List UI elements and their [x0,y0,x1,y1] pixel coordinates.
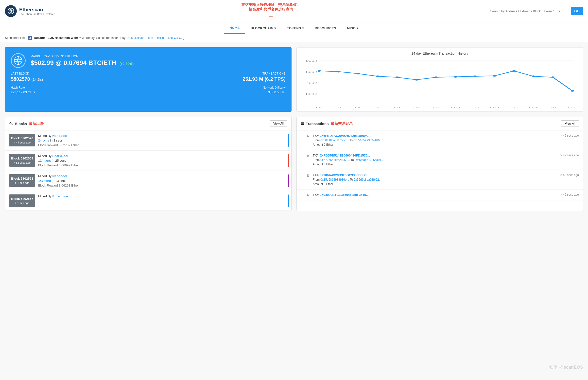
blocks-icon: ⛏ [9,122,13,126]
sponsored-prefix: Sponsored Link: [5,36,26,40]
block-info-3: Mined By Ethermine [38,194,284,199]
tx-time-3: > 49 secs ago [560,193,579,196]
block-txns-0: 24 txns in 3 secs [38,139,284,142]
transactions-view-all[interactable]: View All [561,120,579,127]
tx-item-2: 🖥 TX# 0X906A4D29B3F5DC9380D6B3... From 0… [297,170,583,190]
sponsored-bold: Ducatur - EOS Hackathon Won! [34,36,78,40]
svg-point-16 [415,79,418,81]
block-reward-2: Block Reward 3.06268 Ether [38,184,284,187]
miner-link-0[interactable]: Nanopool [52,134,67,138]
svg-text:6/3: 6/3 [316,107,322,108]
sponsored-icon: d [28,36,32,40]
search-button[interactable]: GO [571,7,583,15]
txns-link-0[interactable]: 24 txns [38,139,49,142]
block-bar-0 [288,134,289,147]
header: Etherscan The Ethereum Block Explorer 在这… [0,0,588,22]
svg-point-19 [473,76,477,77]
tx-hash-link-1[interactable]: 0XFDD5B5141B0600436FD1570... [319,153,370,157]
tx-time-1: > 49 secs ago [560,153,579,157]
block-item-3: Block 5802567 > 1 min ago Mined By Ether… [5,191,291,211]
block-bar-3 [288,194,289,207]
tx-from-0[interactable]: 0x80f5829c587dc9f... [320,139,349,142]
block-badge-3[interactable]: Block 5802567 > 1 min ago [9,194,35,207]
svg-point-21 [512,70,516,72]
miner-link-1[interactable]: SparkPool [52,154,68,158]
difficulty-value: 3,300.53 TH [150,90,286,94]
chart-card: 14 day Ethereum Transaction History 900k… [296,47,583,112]
block-number-0: Block 5802570 [11,136,33,140]
block-txns-2: 147 txns in 13 secs [38,179,284,183]
nav-home[interactable]: HOME [224,22,245,34]
txns-link-1[interactable]: 114 txns [38,159,51,162]
tx-server-icon-3: 🖥 [307,193,310,197]
block-badge-2[interactable]: Block 5802568 > 1 min ago [9,174,35,187]
miner-link-2[interactable]: Nanopool [52,174,67,178]
sponsored-text: MVP Ready! Sotcap reached! - Buy 1st [79,36,131,40]
tx-hash-link-3[interactable]: 0X04999B1CE315946380F3515... [319,193,369,197]
chart-area: 900k 800k 700k 600k [301,58,579,108]
navigation: HOME BLOCKCHAIN ▾ TOKENS ▾ RESOURCES MIS… [0,22,588,34]
blocks-view-all[interactable]: View All [270,120,287,127]
logo-tagline: The Ethereum Block Explorer [19,13,55,16]
tx-time-2: > 49 secs ago [560,173,579,177]
tx-item-1: 🖥 TX# 0XFDD5B5141B0600436FD1570... From … [297,150,583,170]
svg-text:6/14: 6/14 [529,107,538,108]
svg-point-20 [493,75,496,77]
chart-title: 14 day Ethereum Transaction History [301,51,579,55]
block-time-0: > 49 secs ago [11,141,33,144]
svg-point-12 [337,71,340,73]
svg-point-13 [357,73,360,75]
block-badge-0[interactable]: Block 5802570 > 49 secs ago [9,134,35,146]
svg-point-24 [571,90,574,92]
stats-card: MARKET CAP OF $50.361 BILLION $502.99 @ … [5,47,292,112]
tx-amount-0: Amount 0 Ether [313,143,557,146]
svg-point-23 [551,76,554,78]
hash-rate-stat: Hash Rate 273,112.83 GH/s [11,86,147,94]
miner-link-3[interactable]: Ethermine [52,194,68,198]
stats-grid: LAST BLOCK 5802570 (14.3s) TRANSACTIONS … [11,72,286,94]
bottom-grid: ⛏ Blocks 最新出块 View All Block 5802570 > 4… [0,117,588,216]
tx-from-2[interactable]: 0x15e5863b83986e... [320,178,349,181]
tx-to-2[interactable]: 0x55d6c8ba08f602... [354,178,381,181]
transactions-value: 251.93 M (6.2 TPS) [150,76,286,82]
svg-point-0 [8,8,14,14]
sponsored-link[interactable]: Multichain Token - 3in1 (ETH,NEO,EOS) [131,36,184,40]
svg-text:6/10: 6/10 [451,107,460,108]
block-info-2: Mined By Nanopool 147 txns in 13 secs Bl… [38,174,284,187]
block-info-0: Mined By Nanopool 24 txns in 3 secs Bloc… [38,134,284,147]
block-reward-0: Block Reward 3.02737 Ether [38,143,284,147]
hash-rate-value: 273,112.83 GH/s [11,90,147,94]
transactions-label: TRANSACTIONS [150,72,286,75]
annotation-arrow: → [268,13,274,20]
tx-from-to-1: From 0xe7266a1efb21069... To 0xc5faadd12… [313,158,557,162]
block-txns-1: 114 txns in 25 secs [38,159,284,162]
difficulty-label: Network Difficulty [150,86,286,89]
nav-misc[interactable]: MISC ▾ [342,22,364,34]
svg-text:6/9: 6/9 [433,107,439,108]
tx-to-0[interactable]: 0x351d5ea3694186... [353,139,382,142]
block-time-3: > 1 min ago [11,202,33,205]
market-cap-label: MARKET CAP OF $50.361 BILLION [31,55,134,58]
txns-link-2[interactable]: 147 txns [38,179,51,183]
svg-text:6/11: 6/11 [470,107,480,108]
tx-amount-2: Amount 0 Ether [313,182,557,186]
last-block-label: LAST BLOCK [11,72,147,75]
annotation: 在这里输入钱包地址、交易哈希值、 快高度和代币名称进行查询 → [241,2,300,20]
search-input[interactable] [487,7,571,15]
nav-blockchain[interactable]: BLOCKCHAIN ▾ [245,22,282,34]
block-badge-1[interactable]: Block 5802569 > 52 secs ago [9,154,35,167]
nav-tokens[interactable]: TOKENS ▾ [282,22,310,34]
nav-resources[interactable]: RESOURCES [309,22,342,34]
tx-server-icon-1: 🖥 [307,154,310,158]
transactions-stat: TRANSACTIONS 251.93 M (6.2 TPS) [150,72,286,82]
svg-text:6/12: 6/12 [490,107,499,108]
tx-to-1[interactable]: 0xc5faadd1206ca91... [355,158,384,162]
tx-server-icon-0: 🖥 [307,134,310,138]
tx-from-1[interactable]: 0xe7266a1efb21069... [320,158,350,162]
tx-hash-link-2[interactable]: 0X906A4D29B3F5DC9380D6B3... [319,173,369,177]
svg-text:700k: 700k [306,81,317,85]
transactions-title: ☰ Transactions 最新交易记录 [301,121,353,126]
tx-hash-link-0[interactable]: 0X6FBD8AC29AC6D4298BB0AC... [319,134,371,138]
tx-from-to-0: From 0x80f5829c587dc9f... To 0x351d5ea36… [313,139,557,142]
sponsored-banner: Sponsored Link: d Ducatur - EOS Hackatho… [0,34,588,42]
